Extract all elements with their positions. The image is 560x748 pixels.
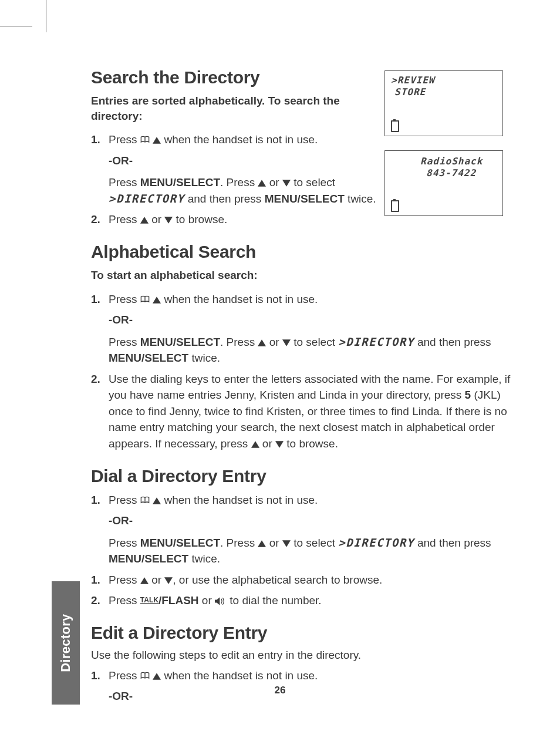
svg-marker-15: [282, 540, 291, 547]
up-arrow-icon: [153, 497, 161, 504]
step-text: Press or , or use the alphabetical searc…: [109, 572, 514, 588]
heading-search-directory: Search the Directory: [91, 68, 514, 87]
up-arrow-icon: [153, 673, 161, 680]
step-number: 2.: [91, 371, 100, 388]
step-text: Press when the handset is not in use.: [109, 291, 514, 308]
step-text: Use the dialing keys to enter the letter…: [109, 371, 514, 452]
svg-marker-18: [215, 598, 220, 605]
step-text: Press MENU/SELECT. Press or to select >D…: [109, 334, 514, 366]
step-number: 1.: [91, 132, 100, 148]
list-item: 2. Use the dialing keys to enter the let…: [91, 371, 514, 452]
step-text: Press TALK/FLASH or to dial the number.: [109, 592, 514, 609]
list-item: 2. Press TALK/FLASH or to dial the numbe…: [91, 592, 514, 609]
step-number: 1.: [91, 668, 100, 684]
up-arrow-icon: [258, 180, 266, 187]
svg-marker-14: [258, 540, 266, 547]
step-number: 2.: [91, 211, 100, 228]
step-number: 1.: [91, 572, 100, 588]
down-arrow-icon: [164, 217, 173, 224]
book-icon: [140, 136, 150, 144]
or-separator: -OR-: [109, 312, 514, 328]
step-text: Press when the handset is not in use.: [109, 492, 514, 508]
svg-marker-13: [153, 497, 161, 504]
svg-marker-20: [153, 673, 161, 680]
crop-mark: [0, 26, 32, 26]
svg-marker-2: [258, 180, 266, 187]
svg-marker-1: [153, 137, 161, 144]
svg-marker-17: [164, 577, 173, 584]
heading-edit-entry: Edit a Directory Entry: [91, 623, 514, 643]
intro-text: Entries are sorted alphabetically. To se…: [91, 93, 361, 123]
heading-alphabetical-search: Alphabetical Search: [91, 242, 514, 262]
svg-marker-9: [282, 339, 291, 346]
up-arrow-icon: [258, 540, 266, 547]
crop-mark: [46, 0, 46, 32]
list-item: 1. Press when the handset is not in use.…: [91, 291, 514, 366]
svg-marker-11: [275, 441, 284, 448]
step-text: Press when the handset is not in use.: [109, 668, 514, 684]
section-tab-label: Directory: [58, 614, 73, 672]
down-arrow-icon: [275, 441, 284, 448]
list-item: 1. Press or , or use the alphabetical se…: [91, 572, 514, 588]
step-text: Press or to browse.: [109, 211, 514, 228]
svg-marker-10: [251, 441, 259, 448]
svg-marker-5: [164, 217, 173, 224]
down-arrow-icon: [282, 540, 291, 547]
page-number: 26: [0, 685, 560, 696]
book-icon: [140, 295, 150, 304]
list-item: 2. Press or to browse.: [91, 211, 514, 228]
down-arrow-icon: [282, 180, 291, 187]
up-arrow-icon: [140, 217, 149, 224]
step-text: Press MENU/SELECT. Press or to select >D…: [109, 535, 514, 567]
step-text: Press when the handset is not in use.: [109, 132, 379, 148]
step-number: 2.: [91, 592, 100, 609]
svg-marker-7: [153, 296, 161, 304]
or-separator: -OR-: [109, 513, 514, 529]
step-number: 1.: [91, 291, 100, 308]
svg-marker-3: [282, 180, 291, 187]
list-item: 1. Press when the handset is not in use.…: [91, 132, 514, 207]
talk-label: TALK: [140, 596, 158, 604]
book-icon: [140, 672, 150, 680]
page-content: Search the Directory Entries are sorted …: [91, 68, 514, 719]
heading-dial-entry: Dial a Directory Entry: [91, 466, 514, 486]
down-arrow-icon: [282, 339, 291, 346]
or-separator: -OR-: [109, 153, 514, 169]
up-arrow-icon: [153, 296, 161, 304]
intro-text: Use the following steps to edit an entry…: [91, 649, 514, 662]
step-text: Press MENU/SELECT. Press or to select >D…: [109, 174, 379, 207]
intro-text: To start an alphabetical search:: [91, 268, 502, 283]
up-arrow-icon: [140, 577, 149, 584]
up-arrow-icon: [153, 137, 161, 144]
list-item: 1. Press when the handset is not in use.…: [91, 492, 514, 567]
up-arrow-icon: [258, 339, 266, 346]
speaker-icon: [215, 597, 227, 605]
up-arrow-icon: [251, 441, 259, 448]
step-number: 1.: [91, 492, 100, 508]
down-arrow-icon: [164, 577, 173, 584]
svg-marker-4: [140, 217, 149, 224]
svg-marker-16: [140, 577, 149, 584]
book-icon: [140, 496, 150, 504]
svg-marker-8: [258, 339, 266, 346]
